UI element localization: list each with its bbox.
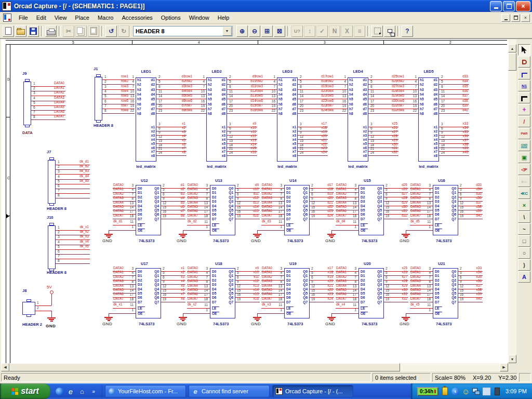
part-search-value[interactable]: HEADER 8 [134,28,222,34]
scroll-left-button[interactable]: ◀ [1,363,9,371]
power-icon[interactable] [495,388,500,395]
network-icon[interactable] [472,388,480,395]
part-ref[interactable]: J9 [22,72,26,76]
menu-options[interactable]: Options [157,13,185,22]
internet-explorer-icon[interactable]: e [66,387,75,395]
place-off-page-connector-tool[interactable]: ≪C [518,188,530,199]
place-ground-tool[interactable]: GND [518,140,530,151]
part-value[interactable]: 74LS373 [139,322,154,326]
part-ref[interactable]: U16 [438,179,445,183]
taskbar-task-3[interactable]: Orcad Capture - [/ - (... [272,385,353,397]
menu-accessories[interactable]: Accessories [117,13,156,22]
part-ref[interactable]: J8 [22,289,26,293]
zoom-all-button[interactable]: ⊠ [274,25,285,37]
part-value[interactable]: led_matrix [134,165,158,169]
part-value[interactable]: HEADER 8 [47,271,66,275]
minimize-button[interactable] [490,1,502,11]
part-value[interactable]: 74LS373 [362,322,377,326]
part-ref[interactable]: LED1 [136,70,156,74]
zoom-out-button[interactable]: ⊖ [249,25,260,37]
place-wire-tool[interactable] [518,68,530,79]
part-ref[interactable]: U15 [364,179,371,183]
place-bus-entry-tool[interactable]: / [518,116,530,127]
part-ref[interactable]: U14 [289,179,297,183]
help-button[interactable]: ? [402,25,413,37]
part-ref[interactable]: U19 [289,262,297,266]
place-line-tool[interactable]: \ [518,211,530,223]
part-value[interactable]: led_matrix [204,165,229,169]
schematic-canvas[interactable]: 5432DCJ91DATA02DATA13DATA24DATA35DATA46D… [1,39,508,363]
clock[interactable]: 3:09 PM [506,388,527,394]
place-bus-tool[interactable] [518,92,530,103]
tray-chevron-icon[interactable]: ‹ [451,388,459,395]
vertical-scrollbar[interactable] [508,39,516,363]
place-pin-tool[interactable]: o— [518,176,530,187]
place-polyline-tool[interactable]: ~ [518,223,530,235]
close-button[interactable]: × [516,1,530,11]
header-box[interactable] [95,77,102,121]
menu-help[interactable]: Help [214,13,234,22]
media-player-icon[interactable] [56,388,63,395]
part-value[interactable]: 74LS373 [139,239,154,243]
header-box[interactable] [48,160,56,204]
part-ref[interactable]: LED3 [277,70,298,74]
part-ref[interactable]: J10 [47,216,54,220]
part-value[interactable]: 74LS373 [362,239,377,243]
quick-launch-overflow-chevron[interactable]: » [89,387,98,395]
place-no-connect-tool[interactable]: × [518,200,530,211]
scroll-up-button[interactable]: ▲ [508,44,516,52]
part-value[interactable]: HEADER 2 [22,323,42,327]
part-value[interactable]: 74LS373 [436,239,451,243]
show-desktop-icon[interactable]: ⌂ [78,387,86,395]
part-value[interactable]: 74LS373 [287,239,303,243]
part-value[interactable]: 74LS373 [213,322,229,326]
print-button[interactable] [45,25,57,37]
part-ref[interactable]: U18 [215,262,222,266]
horizontal-scroll-thumb[interactable] [9,363,400,371]
scroll-right-button[interactable]: ▶ [500,363,508,371]
part-ref[interactable]: U13 [215,179,222,183]
part-search-combo[interactable]: HEADER 8▼ [133,26,233,36]
child-restore-button[interactable] [511,14,520,22]
place-ellipse-tool[interactable]: ○ [518,247,530,259]
part-value[interactable]: DATA [22,131,33,135]
place-hierarchical-block-tool[interactable]: ▣ [518,152,530,163]
child-close-button[interactable]: × [521,14,530,22]
snap-to-grid-button[interactable] [371,25,383,37]
new-button[interactable] [3,25,14,37]
place-net-alias-tool[interactable]: N1 [518,80,530,91]
part-ref[interactable]: U21 [438,262,445,266]
part-ref[interactable]: U12 [141,179,148,183]
part-ref[interactable]: U20 [364,262,371,266]
menu-window[interactable]: Window [185,13,214,22]
part-value[interactable]: HEADER 8 [94,124,113,128]
part-ref[interactable]: J7 [47,150,51,154]
scroll-down-button[interactable]: ▼ [508,355,516,363]
restore-button[interactable] [503,1,515,11]
part-value[interactable]: led_matrix [416,165,441,169]
part-ref[interactable]: LED2 [206,70,227,74]
combo-dropdown-button[interactable]: ▼ [222,26,232,36]
place-text-tool[interactable]: A [518,271,530,283]
menu-file[interactable]: File [15,13,32,22]
document-icon[interactable] [3,14,11,22]
place-junction-tool[interactable]: + [518,104,530,115]
part-value[interactable]: HEADER 8 [47,207,66,211]
vertical-scroll-thumb[interactable] [508,53,516,71]
part-ref[interactable]: J1 [94,67,98,71]
taskbar-task-1[interactable]: YourFileHost.com - Fr... [105,385,186,397]
part-ref[interactable]: LED5 [418,70,439,74]
save-button[interactable] [28,25,39,37]
place-arc-tool[interactable]: ) [518,259,530,271]
display-icon[interactable] [483,388,490,395]
place-rectangle-tool[interactable]: □ [518,235,530,247]
taskbar-task-2[interactable]: eCannot find server [189,385,270,397]
place-part-tool[interactable] [518,56,530,68]
timer-badge[interactable]: 0:34h [417,387,438,396]
menu-view[interactable]: View [50,13,71,22]
start-button[interactable]: start [0,383,50,399]
header-box[interactable] [22,302,35,315]
header-box[interactable] [23,82,31,125]
undo-button[interactable]: ↺ [105,25,117,37]
select-tool[interactable] [518,44,530,56]
